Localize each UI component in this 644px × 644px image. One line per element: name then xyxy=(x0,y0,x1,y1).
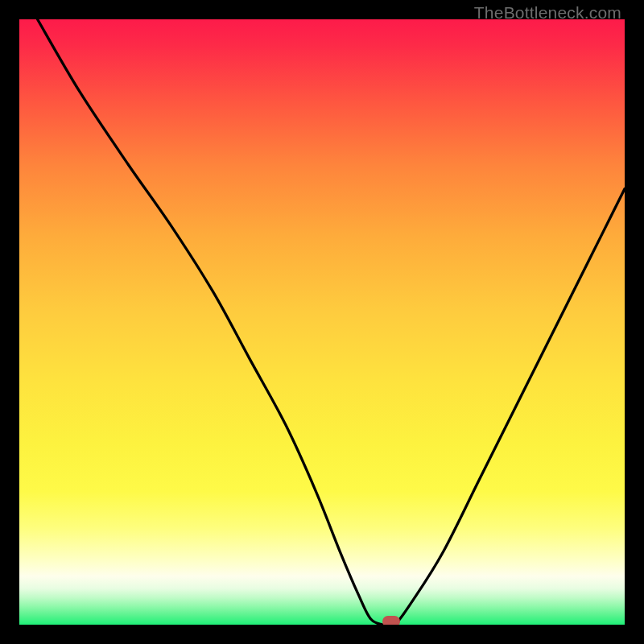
plot-area xyxy=(19,19,625,625)
chart-container: TheBottleneck.com xyxy=(0,0,644,644)
bottleneck-curve xyxy=(19,19,625,625)
optimal-marker xyxy=(382,616,400,625)
watermark-text: TheBottleneck.com xyxy=(474,3,621,23)
